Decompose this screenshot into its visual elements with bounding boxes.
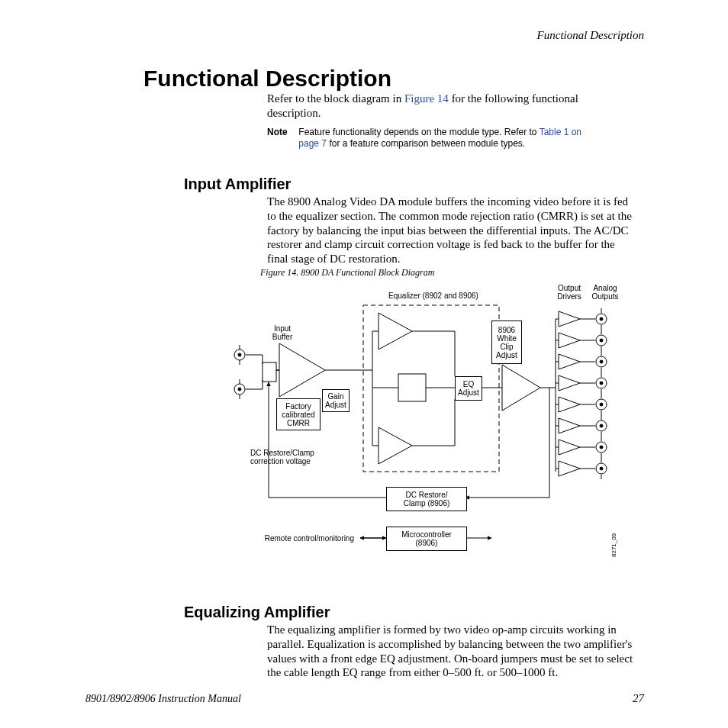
- label-dc-restore-note: DC Restore/Clamp correction voltage: [250, 449, 334, 465]
- svg-marker-35: [559, 311, 580, 327]
- note-pre: Feature functionality depends on the mod…: [298, 127, 539, 137]
- note-body: Feature functionality depends on the mod…: [298, 127, 588, 150]
- note-post: for a feature comparison between module …: [327, 138, 525, 149]
- note-label: Note: [267, 127, 296, 138]
- box-eq-adjust: EQ Adjust: [455, 376, 482, 401]
- box-microcontroller: Microcontroller (8906): [386, 527, 467, 551]
- input-connector-bottom-icon: [234, 379, 245, 399]
- footer-page-number: 27: [633, 692, 644, 705]
- box-dc-restore-clamp: DC Restore/ Clamp (8906): [386, 487, 467, 511]
- footer-manual-title: 8901/8902/8906 Instruction Manual: [85, 693, 241, 705]
- eq-amp-bottom-icon: [378, 427, 412, 464]
- svg-point-1: [238, 353, 241, 356]
- svg-marker-40: [559, 418, 580, 433]
- page-title-h1: Functional Description: [143, 66, 391, 92]
- intro-pre: Refer to the block diagram in: [267, 92, 404, 105]
- box-factory-cmrr: Factory calibrated CMRR: [276, 398, 321, 430]
- svg-marker-39: [559, 397, 580, 412]
- label-output-drivers: Output Drivers: [552, 284, 586, 301]
- svg-point-5: [238, 388, 241, 391]
- svg-point-68: [600, 403, 603, 406]
- post-eq-amp-icon: [502, 365, 540, 411]
- svg-rect-21: [398, 374, 426, 401]
- svg-point-72: [600, 446, 603, 449]
- input-connector-top-icon: [234, 345, 245, 365]
- svg-marker-38: [559, 375, 580, 391]
- svg-marker-36: [559, 333, 580, 348]
- label-analog-outputs: Analog Outputs: [588, 284, 623, 301]
- note-row: Note Feature functionality depends on th…: [267, 127, 633, 150]
- svg-marker-37: [559, 354, 580, 369]
- output-drivers-icon: [559, 311, 580, 476]
- heading-equalizing-amplifier: Equalizing Amplifier: [184, 604, 330, 621]
- intro-paragraph: Refer to the block diagram in Figure 14 …: [267, 92, 633, 121]
- page: Functional Description Functional Descri…: [0, 0, 728, 728]
- svg-point-70: [600, 424, 603, 427]
- svg-point-64: [600, 360, 603, 363]
- label-remote-control: Remote control/monitoring: [255, 534, 354, 543]
- analog-output-connectors-icon: [596, 308, 607, 479]
- svg-point-66: [600, 382, 603, 385]
- figure-14-link[interactable]: Figure 14: [404, 92, 449, 105]
- figure-caption: Figure 14. 8900 DA Functional Block Diag…: [260, 267, 434, 279]
- box-white-clip-adjust: 8906 White Clip Adjust: [491, 321, 522, 364]
- label-input-buffer: Input Buffer: [267, 324, 298, 341]
- box-gain-adjust: Gain Adjust: [322, 389, 350, 412]
- heading-input-amplifier: Input Amplifier: [184, 176, 291, 193]
- eq-amp-top-icon: [378, 313, 412, 350]
- svg-marker-41: [559, 440, 580, 455]
- input-buffer-amp-icon: [279, 343, 325, 397]
- block-diagram: Equalizer (8902 and 8906) Output Drivers…: [229, 282, 664, 572]
- svg-point-74: [600, 467, 603, 470]
- running-head: Functional Description: [537, 29, 644, 42]
- paragraph-equalizing-amplifier: The equalizing amplifier is formed by tw…: [267, 623, 633, 680]
- figure-side-number: 8271_09: [610, 533, 617, 557]
- label-equalizer: Equalizer (8902 and 8906): [372, 292, 494, 300]
- paragraph-input-amplifier: The 8900 Analog Video DA module buffers …: [267, 195, 633, 266]
- svg-point-62: [600, 339, 603, 342]
- svg-point-60: [600, 317, 603, 321]
- svg-marker-42: [559, 461, 580, 476]
